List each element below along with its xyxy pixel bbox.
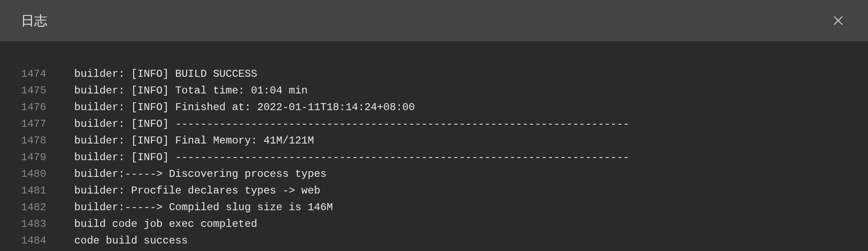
line-text: builder: [INFO] Finished at: 2022-01-11T… [74, 99, 415, 116]
line-text: builder: [INFO] ------------------------… [74, 116, 629, 133]
log-line: 1479 builder: [INFO] -------------------… [21, 149, 868, 166]
line-text: builder: [INFO] Total time: 01:04 min [74, 82, 308, 99]
line-number: 1479 [21, 149, 74, 166]
log-line: 1484 code build success [21, 233, 868, 249]
log-title: 日志 [21, 12, 47, 30]
log-line: 1483 build code job exec completed [21, 216, 868, 233]
log-line: 1474 builder: [INFO] BUILD SUCCESS [21, 66, 868, 82]
line-number: 1482 [21, 199, 74, 216]
line-number: 1480 [21, 166, 74, 183]
line-text: builder:-----> Compiled slug size is 146… [74, 199, 333, 216]
line-number: 1476 [21, 99, 74, 116]
line-number: 1481 [21, 183, 74, 199]
line-number: 1483 [21, 216, 74, 233]
log-line: 1480 builder:-----> Discovering process … [21, 166, 868, 183]
log-line: 1481 builder: Procfile declares types ->… [21, 183, 868, 199]
line-number: 1478 [21, 133, 74, 149]
line-number: 1484 [21, 233, 74, 249]
log-line: 1482 builder:-----> Compiled slug size i… [21, 199, 868, 216]
log-content: 1474 builder: [INFO] BUILD SUCCESS 1475 … [0, 41, 868, 249]
line-number: 1477 [21, 116, 74, 133]
line-number: 1475 [21, 82, 74, 99]
log-line: 1475 builder: [INFO] Total time: 01:04 m… [21, 82, 868, 99]
line-text: builder: [INFO] Final Memory: 41M/121M [74, 133, 314, 149]
log-line: 1477 builder: [INFO] -------------------… [21, 116, 868, 133]
line-text: builder: Procfile declares types -> web [74, 183, 321, 199]
line-text: builder: [INFO] BUILD SUCCESS [74, 66, 258, 82]
log-line: 1478 builder: [INFO] Final Memory: 41M/1… [21, 133, 868, 149]
line-text: code build success [74, 233, 188, 249]
log-header: 日志 [0, 0, 868, 41]
line-text: build code job exec completed [74, 216, 258, 233]
log-line: 1476 builder: [INFO] Finished at: 2022-0… [21, 99, 868, 116]
line-text: builder: [INFO] ------------------------… [74, 149, 629, 166]
close-button[interactable] [829, 12, 847, 29]
line-number: 1474 [21, 66, 74, 82]
line-text: builder:-----> Discovering process types [74, 166, 327, 183]
close-icon [832, 14, 844, 27]
